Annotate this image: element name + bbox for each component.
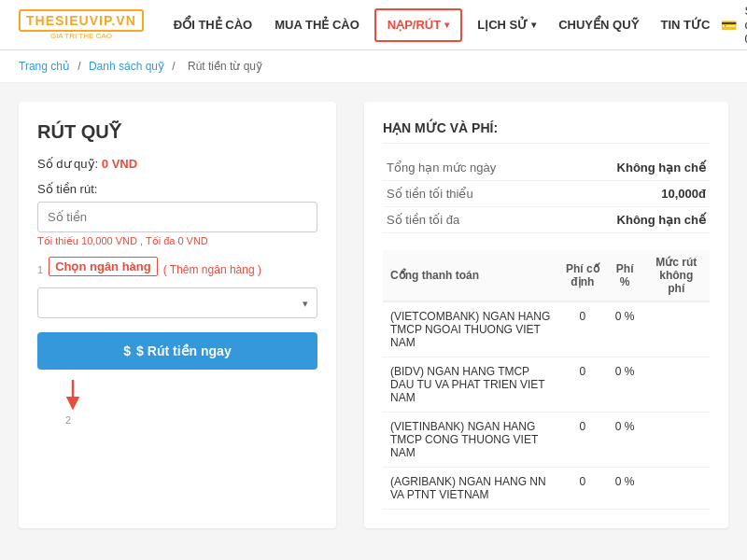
payment-percent-fee: 0 % (607, 301, 643, 357)
bank-add-label[interactable]: ( Thêm ngân hàng ) (163, 263, 261, 276)
submit-wrapper: $ $ Rút tiền ngay (37, 332, 317, 370)
col-header-free-level: Mức rút không phí (643, 250, 710, 301)
limit-row: Số tiền tối thiểu 10,000đ (383, 181, 710, 207)
col-header-fixed-fee: Phí cố định (558, 250, 607, 301)
payment-fixed-fee: 0 (558, 301, 607, 357)
amount-input[interactable] (37, 202, 317, 232)
nav-item-doi-the-cao[interactable]: ĐỔI THẺ CÀO (162, 0, 263, 50)
arrow-annotation: 2 (37, 375, 317, 426)
nav-item-lich-su[interactable]: LỊCH SỬ ▾ (466, 0, 547, 50)
col-header-gateway: Cổng thanh toán (383, 250, 558, 301)
step1-label: 1 (37, 264, 43, 275)
breadcrumb-home[interactable]: Trang chủ (19, 60, 70, 73)
payment-row: (VIETCOMBANK) NGAN HANG TMCP NGOAI THUON… (383, 301, 710, 357)
payment-row: (VIETINBANK) NGAN HANG TMCP CONG THUONG … (383, 413, 710, 468)
payment-gateway: (AGRIBANK) NGAN HANG NN VA PTNT VIETNAM (383, 468, 558, 510)
bank-dropdown[interactable] (37, 287, 317, 318)
payment-gateway: (VIETCOMBANK) NGAN HANG TMCP NGOAI THUON… (383, 301, 558, 357)
payment-free-level (643, 413, 710, 468)
balance-area: 💳 Số dư: 0đ (721, 4, 747, 46)
submit-button[interactable]: $ $ Rút tiền ngay (37, 332, 317, 370)
logo: THESIEUVIP.VN GIA TRI THE CAO (19, 9, 144, 40)
limit-value: Không hạn chế (562, 155, 710, 181)
limits-table: Tổng hạn mức ngày Không hạn chế Số tiền … (383, 155, 710, 233)
nav-item-nap-rut[interactable]: NẠP/RÚT ▾ (374, 8, 462, 42)
amount-hint: Tối thiếu 10,000 VND , Tối đa 0 VND (37, 235, 317, 247)
main-container: RÚT QUỸ Số dư quỹ: 0 VND Số tiền rút: Tố… (0, 102, 747, 528)
payment-row: (AGRIBANK) NGAN HANG NN VA PTNT VIETNAM … (383, 468, 710, 510)
payment-table: Cổng thanh toán Phí cố định Phí % Mức rú… (383, 250, 710, 510)
chevron-down-icon: ▾ (531, 20, 536, 30)
header: THESIEUVIP.VN GIA TRI THE CAO ĐỔI THẺ CÀ… (0, 0, 747, 50)
breadcrumb-current: Rút tiền từ quỹ (188, 60, 262, 73)
payment-free-level (643, 468, 710, 510)
payment-free-level (643, 357, 710, 413)
payment-percent-fee: 0 % (607, 413, 643, 468)
right-panel: HẠN MỨC VÀ PHÍ: Tổng hạn mức ngày Không … (364, 102, 728, 528)
bank-select-section: 1 Chọn ngân hàng ( Thêm ngân hàng ) ▾ (37, 257, 317, 318)
logo-text: THESIEUVIP.VN (19, 9, 144, 32)
payment-percent-fee: 0 % (607, 357, 643, 413)
bank-select-label: Chọn ngân hàng (49, 257, 158, 276)
payment-fixed-fee: 0 (558, 413, 607, 468)
payment-fixed-fee: 0 (558, 468, 607, 510)
balance-label: Số dư quỹ: (37, 157, 98, 171)
col-header-percent-fee: Phí % (607, 250, 643, 301)
amount-label: Số tiền rút: (37, 182, 317, 196)
payment-gateway: (VIETINBANK) NGAN HANG TMCP CONG THUONG … (383, 413, 558, 468)
limit-row: Số tiền tối đa Không hạn chế (383, 207, 710, 233)
page-title: RÚT QUỸ (37, 120, 317, 143)
main-nav: ĐỔI THẺ CÀO MUA THẺ CÀO NẠP/RÚT ▾ LỊCH S… (162, 0, 722, 50)
chevron-down-icon: ▾ (444, 20, 449, 30)
submit-label: $ Rút tiền ngay (136, 343, 232, 358)
limits-title: HẠN MỨC VÀ PHÍ: (383, 120, 710, 144)
arrow-icon (65, 375, 103, 413)
limit-value: Không hạn chế (562, 207, 710, 233)
dollar-icon: $ (123, 343, 131, 358)
logo-sub: GIA TRI THE CAO (50, 32, 112, 40)
balance-amount: 0 VND (102, 157, 137, 171)
payment-table-header-row: Cổng thanh toán Phí cố định Phí % Mức rú… (383, 250, 710, 301)
payment-free-level (643, 301, 710, 357)
breadcrumb-danh-sach-quy[interactable]: Danh sách quỹ (89, 60, 164, 73)
payment-fixed-fee: 0 (558, 357, 607, 413)
bank-dropdown-wrapper: ▾ (37, 287, 317, 318)
left-panel: RÚT QUỸ Số dư quỹ: 0 VND Số tiền rút: Tố… (19, 102, 336, 528)
nav-item-chuyen-quy[interactable]: CHUYỂN QUỸ (547, 0, 649, 50)
payment-percent-fee: 0 % (607, 468, 643, 510)
limit-label: Tổng hạn mức ngày (383, 155, 562, 181)
nav-item-mua-the-cao[interactable]: MUA THẺ CÀO (263, 0, 371, 50)
breadcrumb: Trang chủ / Danh sách quỹ / Rút tiền từ … (0, 50, 747, 83)
limit-row: Tổng hạn mức ngày Không hạn chế (383, 155, 710, 181)
limit-label: Số tiền tối đa (383, 207, 562, 233)
payment-row: (BIDV) NGAN HANG TMCP DAU TU VA PHAT TRI… (383, 357, 710, 413)
payment-gateway: (BIDV) NGAN HANG TMCP DAU TU VA PHAT TRI… (383, 357, 558, 413)
balance-info: Số dư quỹ: 0 VND (37, 157, 317, 171)
nav-item-tin-tuc[interactable]: TIN TỨC (650, 0, 722, 50)
wallet-icon: 💳 (721, 18, 737, 33)
step2-label: 2 (65, 414, 71, 426)
limit-value: 10,000đ (562, 181, 710, 207)
limit-label: Số tiền tối thiểu (383, 181, 562, 207)
